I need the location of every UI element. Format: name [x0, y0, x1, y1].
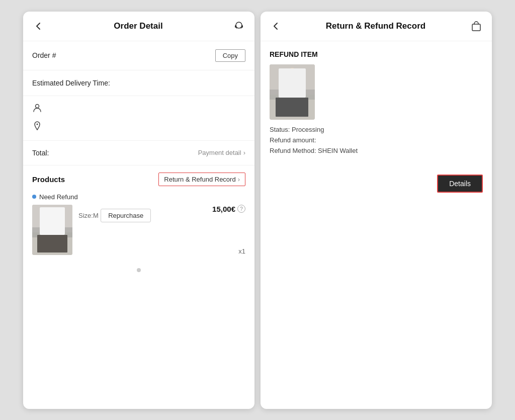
- location-row: [32, 121, 245, 133]
- svg-rect-9: [32, 227, 72, 237]
- svg-rect-15: [270, 90, 315, 100]
- scroll-dot: [137, 268, 141, 272]
- products-header: Products Return & Refund Record ›: [23, 165, 254, 191]
- refund-record-chevron: ›: [238, 176, 240, 183]
- product-price-row: 15,00€ ?: [212, 205, 245, 213]
- svg-point-4: [37, 123, 38, 125]
- refund-record-label: Return & Refund Record: [164, 176, 235, 183]
- product-image-sim: [32, 205, 72, 255]
- back-button-right[interactable]: [270, 20, 282, 32]
- products-title: Products: [32, 175, 65, 184]
- refund-content: REFUND ITEM: [261, 41, 492, 166]
- refund-section-title: REFUND ITEM: [270, 50, 483, 58]
- refund-image-sim: [270, 64, 315, 120]
- product-size: Size:M: [78, 212, 99, 219]
- svg-rect-2: [241, 25, 243, 28]
- payment-detail-text: Payment detail: [198, 149, 241, 156]
- delivery-section: Estimated Delivery Time:: [23, 70, 254, 96]
- copy-button[interactable]: Copy: [215, 49, 245, 62]
- order-detail-title: Order Detail: [114, 21, 162, 31]
- price-info-icon[interactable]: ?: [237, 205, 245, 213]
- product-thumbnail: [32, 205, 72, 255]
- chevron-right-icon: ›: [243, 149, 245, 156]
- refund-method: Refund Method: SHEIN Wallet: [270, 147, 483, 154]
- headset-icon-button[interactable]: [232, 20, 245, 33]
- delivery-label: Estimated Delivery Time:: [32, 79, 110, 87]
- refund-status: Status: Processing: [270, 126, 483, 133]
- order-number-section: Order # Copy: [23, 41, 254, 70]
- product-right: 15,00€ ? x1: [212, 205, 245, 255]
- svg-rect-7: [41, 210, 63, 236]
- refund-item-thumbnail: [270, 64, 315, 120]
- svg-rect-14: [281, 97, 304, 114]
- payment-detail-link[interactable]: Payment detail ›: [198, 149, 245, 156]
- svg-point-16: [288, 68, 296, 76]
- need-refund-label: Need Refund: [39, 193, 78, 201]
- refund-record-title: Return & Refund Record: [326, 21, 425, 31]
- svg-rect-1: [235, 25, 236, 28]
- location-icon: [32, 121, 42, 133]
- product-price: 15,00€: [212, 205, 235, 213]
- need-refund-dot: [32, 195, 36, 199]
- order-number-label: Order #: [32, 51, 56, 59]
- details-button[interactable]: Details: [437, 175, 483, 193]
- svg-point-0: [236, 22, 242, 28]
- repurchase-button[interactable]: Repurchase: [101, 209, 151, 222]
- scroll-indicator: [23, 261, 254, 279]
- refund-record-header: Return & Refund Record: [261, 12, 492, 41]
- details-btn-container: Details: [261, 166, 492, 201]
- need-refund-row: Need Refund: [23, 191, 254, 205]
- back-button-left[interactable]: [32, 20, 44, 32]
- svg-point-3: [36, 104, 39, 108]
- svg-rect-10: [472, 24, 480, 31]
- product-info: Size:M Repurchase: [78, 205, 206, 222]
- svg-rect-8: [42, 234, 62, 249]
- product-row: Size:M Repurchase 15,00€ ? x1: [23, 205, 254, 261]
- product-qty: x1: [238, 247, 245, 255]
- address-section: [23, 96, 254, 141]
- total-section: Total: Payment detail ›: [23, 141, 254, 165]
- person-icon: [32, 103, 42, 116]
- bag-icon-button[interactable]: [470, 20, 483, 33]
- refund-record-button[interactable]: Return & Refund Record ›: [158, 173, 245, 186]
- order-detail-screen: Order Detail Order # Copy Estimated Deli…: [23, 12, 254, 409]
- svg-rect-13: [280, 70, 305, 100]
- order-detail-header: Order Detail: [23, 12, 254, 41]
- total-label: Total:: [32, 149, 49, 157]
- refund-amount: Refund amount:: [270, 136, 483, 144]
- refund-record-screen: Return & Refund Record REFUND ITEM: [261, 12, 492, 409]
- person-row: [32, 103, 245, 116]
